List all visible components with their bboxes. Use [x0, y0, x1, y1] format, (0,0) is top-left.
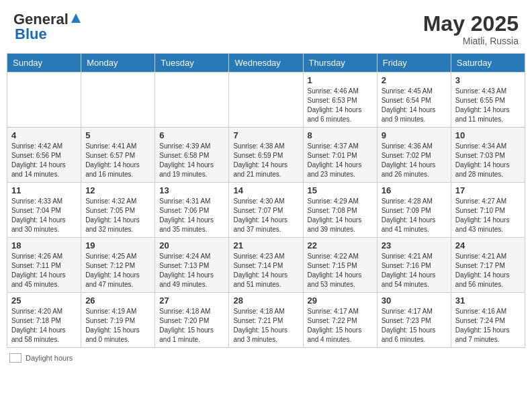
day-info: Sunrise: 4:30 AM Sunset: 7:07 PM Dayligh…: [233, 197, 298, 234]
calendar-day-cell: 7Sunrise: 4:38 AM Sunset: 6:59 PM Daylig…: [229, 128, 303, 183]
day-of-week-header: Thursday: [303, 54, 377, 73]
calendar-day-cell: 18Sunrise: 4:26 AM Sunset: 7:11 PM Dayli…: [7, 238, 81, 293]
day-number: 25: [11, 295, 77, 306]
day-info: Sunrise: 4:28 AM Sunset: 7:09 PM Dayligh…: [382, 197, 447, 234]
day-info: Sunrise: 4:34 AM Sunset: 7:03 PM Dayligh…: [455, 142, 521, 179]
day-info: Sunrise: 4:19 AM Sunset: 7:19 PM Dayligh…: [85, 307, 150, 345]
calendar-day-cell: [155, 73, 229, 128]
day-number: 9: [382, 130, 447, 140]
day-number: 23: [382, 240, 447, 250]
calendar-day-cell: 15Sunrise: 4:29 AM Sunset: 7:08 PM Dayli…: [303, 183, 377, 238]
calendar-day-cell: 20Sunrise: 4:24 AM Sunset: 7:13 PM Dayli…: [155, 238, 229, 293]
month-year-title: May 2025: [423, 12, 519, 36]
calendar-body: 1Sunrise: 4:46 AM Sunset: 6:53 PM Daylig…: [7, 73, 525, 348]
calendar-table: SundayMondayTuesdayWednesdayThursdayFrid…: [7, 53, 525, 348]
calendar-day-cell: 1Sunrise: 4:46 AM Sunset: 6:53 PM Daylig…: [303, 73, 377, 128]
day-number: 22: [308, 240, 373, 250]
calendar-day-cell: 17Sunrise: 4:27 AM Sunset: 7:10 PM Dayli…: [451, 183, 525, 238]
day-number: 4: [11, 130, 77, 140]
day-info: Sunrise: 4:25 AM Sunset: 7:12 PM Dayligh…: [85, 252, 150, 289]
calendar-day-cell: 9Sunrise: 4:36 AM Sunset: 7:02 PM Daylig…: [377, 128, 451, 183]
calendar-day-cell: 3Sunrise: 4:43 AM Sunset: 6:55 PM Daylig…: [451, 73, 525, 128]
calendar-day-cell: 11Sunrise: 4:33 AM Sunset: 7:04 PM Dayli…: [7, 183, 81, 238]
day-info: Sunrise: 4:23 AM Sunset: 7:14 PM Dayligh…: [233, 252, 298, 289]
day-info: Sunrise: 4:18 AM Sunset: 7:20 PM Dayligh…: [159, 307, 224, 345]
day-info: Sunrise: 4:29 AM Sunset: 7:08 PM Dayligh…: [308, 197, 373, 234]
day-info: Sunrise: 4:41 AM Sunset: 6:57 PM Dayligh…: [85, 142, 150, 179]
day-info: Sunrise: 4:17 AM Sunset: 7:23 PM Dayligh…: [382, 307, 447, 345]
calendar-week-row: 18Sunrise: 4:26 AM Sunset: 7:11 PM Dayli…: [7, 238, 525, 293]
day-info: Sunrise: 4:31 AM Sunset: 7:06 PM Dayligh…: [159, 197, 224, 234]
day-info: Sunrise: 4:43 AM Sunset: 6:55 PM Dayligh…: [455, 87, 521, 124]
day-info: Sunrise: 4:45 AM Sunset: 6:54 PM Dayligh…: [382, 87, 447, 124]
day-number: 8: [308, 130, 373, 140]
logo: General Blue: [13, 12, 82, 42]
day-number: 14: [233, 185, 298, 195]
logo-blue-text: Blue: [15, 26, 47, 42]
day-info: Sunrise: 4:18 AM Sunset: 7:21 PM Dayligh…: [233, 307, 298, 345]
day-info: Sunrise: 4:26 AM Sunset: 7:11 PM Dayligh…: [11, 252, 77, 289]
day-number: 7: [233, 130, 298, 140]
calendar-day-cell: 19Sunrise: 4:25 AM Sunset: 7:12 PM Dayli…: [81, 238, 155, 293]
day-number: 1: [308, 75, 373, 85]
day-of-week-header: Sunday: [7, 54, 81, 73]
title-block: May 2025 Miatli, Russia: [423, 12, 519, 46]
calendar-week-row: 25Sunrise: 4:20 AM Sunset: 7:18 PM Dayli…: [7, 293, 525, 348]
calendar-week-row: 11Sunrise: 4:33 AM Sunset: 7:04 PM Dayli…: [7, 183, 525, 238]
calendar-week-row: 4Sunrise: 4:42 AM Sunset: 6:56 PM Daylig…: [7, 128, 525, 183]
day-number: 30: [382, 295, 447, 306]
day-info: Sunrise: 4:39 AM Sunset: 6:58 PM Dayligh…: [159, 142, 224, 179]
day-of-week-header: Monday: [81, 54, 155, 73]
day-number: 19: [85, 240, 150, 250]
day-number: 18: [11, 240, 77, 250]
calendar-header: SundayMondayTuesdayWednesdayThursdayFrid…: [7, 54, 525, 73]
calendar-day-cell: 27Sunrise: 4:18 AM Sunset: 7:20 PM Dayli…: [155, 293, 229, 348]
calendar-day-cell: 13Sunrise: 4:31 AM Sunset: 7:06 PM Dayli…: [155, 183, 229, 238]
calendar-day-cell: 31Sunrise: 4:16 AM Sunset: 7:24 PM Dayli…: [451, 293, 525, 348]
calendar-day-cell: [229, 73, 303, 128]
day-number: 6: [159, 130, 224, 140]
day-number: 12: [85, 185, 150, 195]
calendar-day-cell: 24Sunrise: 4:21 AM Sunset: 7:17 PM Dayli…: [451, 238, 525, 293]
day-number: 27: [159, 295, 224, 306]
calendar-day-cell: 28Sunrise: 4:18 AM Sunset: 7:21 PM Dayli…: [229, 293, 303, 348]
logo-triangle-icon: [70, 12, 82, 24]
calendar-day-cell: [81, 73, 155, 128]
day-info: Sunrise: 4:33 AM Sunset: 7:04 PM Dayligh…: [11, 197, 77, 234]
calendar-day-cell: 26Sunrise: 4:19 AM Sunset: 7:19 PM Dayli…: [81, 293, 155, 348]
calendar-day-cell: 6Sunrise: 4:39 AM Sunset: 6:58 PM Daylig…: [155, 128, 229, 183]
day-info: Sunrise: 4:37 AM Sunset: 7:01 PM Dayligh…: [308, 142, 373, 179]
day-number: 2: [382, 75, 447, 85]
calendar-day-cell: [7, 73, 81, 128]
days-of-week-row: SundayMondayTuesdayWednesdayThursdayFrid…: [7, 54, 525, 73]
day-info: Sunrise: 4:32 AM Sunset: 7:05 PM Dayligh…: [85, 197, 150, 234]
calendar-day-cell: 8Sunrise: 4:37 AM Sunset: 7:01 PM Daylig…: [303, 128, 377, 183]
day-number: 31: [455, 295, 521, 306]
day-of-week-header: Tuesday: [155, 54, 229, 73]
day-info: Sunrise: 4:36 AM Sunset: 7:02 PM Dayligh…: [382, 142, 447, 179]
day-info: Sunrise: 4:42 AM Sunset: 6:56 PM Dayligh…: [11, 142, 77, 179]
calendar-day-cell: 21Sunrise: 4:23 AM Sunset: 7:14 PM Dayli…: [229, 238, 303, 293]
day-number: 13: [159, 185, 224, 195]
day-number: 24: [455, 240, 521, 250]
day-info: Sunrise: 4:21 AM Sunset: 7:17 PM Dayligh…: [455, 252, 521, 289]
day-of-week-header: Saturday: [451, 54, 525, 73]
day-of-week-header: Wednesday: [229, 54, 303, 73]
day-info: Sunrise: 4:20 AM Sunset: 7:18 PM Dayligh…: [11, 307, 77, 345]
svg-marker-0: [71, 13, 81, 23]
logo-general-text: General: [13, 12, 69, 27]
calendar-week-row: 1Sunrise: 4:46 AM Sunset: 6:53 PM Daylig…: [7, 73, 525, 128]
day-number: 26: [85, 295, 150, 306]
calendar-day-cell: 25Sunrise: 4:20 AM Sunset: 7:18 PM Dayli…: [7, 293, 81, 348]
day-info: Sunrise: 4:38 AM Sunset: 6:59 PM Dayligh…: [233, 142, 298, 179]
calendar-day-cell: 14Sunrise: 4:30 AM Sunset: 7:07 PM Dayli…: [229, 183, 303, 238]
day-info: Sunrise: 4:27 AM Sunset: 7:10 PM Dayligh…: [455, 197, 521, 234]
calendar-day-cell: 29Sunrise: 4:17 AM Sunset: 7:22 PM Dayli…: [303, 293, 377, 348]
day-number: 10: [455, 130, 521, 140]
day-number: 29: [308, 295, 373, 306]
day-number: 15: [308, 185, 373, 195]
calendar-day-cell: 10Sunrise: 4:34 AM Sunset: 7:03 PM Dayli…: [451, 128, 525, 183]
day-number: 21: [233, 240, 298, 250]
day-info: Sunrise: 4:16 AM Sunset: 7:24 PM Dayligh…: [455, 307, 521, 345]
calendar-day-cell: 5Sunrise: 4:41 AM Sunset: 6:57 PM Daylig…: [81, 128, 155, 183]
